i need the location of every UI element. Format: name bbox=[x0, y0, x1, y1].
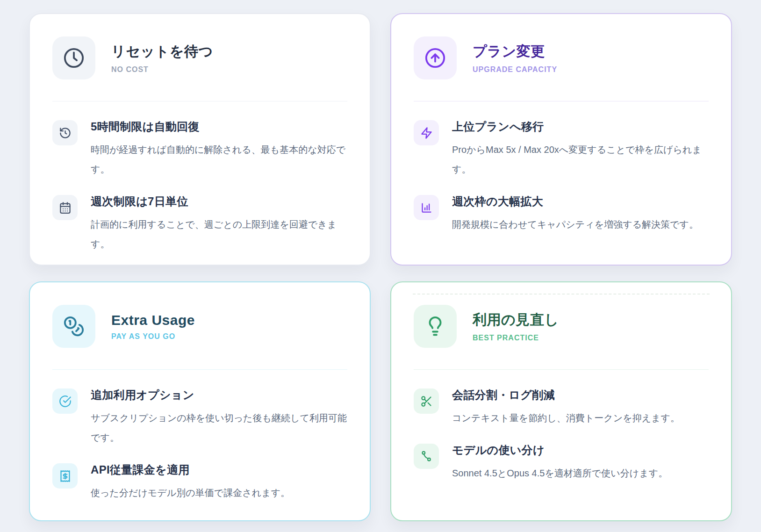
card-subtitle: UPGRADE CAPACITY bbox=[473, 65, 557, 74]
card-subtitle: BEST PRACTICE bbox=[473, 334, 559, 342]
card-title: 利用の見直し bbox=[473, 310, 559, 330]
item-list: 上位プランへ移行 ProからMax 5x / Max 20xへ変更することで枠を… bbox=[414, 119, 709, 234]
item-body: 上位プランへ移行 ProからMax 5x / Max 20xへ変更することで枠を… bbox=[452, 119, 709, 179]
item-desc: ProからMax 5x / Max 20xへ変更することで枠を広げられます。 bbox=[452, 140, 709, 179]
header-text: プラン変更 UPGRADE CAPACITY bbox=[473, 42, 557, 74]
item-body: API従量課金を適用 使った分だけモデル別の単価で課金されます。 bbox=[91, 462, 290, 503]
list-item: 週次枠の大幅拡大 開発規模に合わせてキャパシティを増強する解決策です。 bbox=[414, 194, 709, 234]
card-header: プラン変更 UPGRADE CAPACITY bbox=[414, 36, 709, 79]
card-wait-for-reset: リセットを待つ NO COST 5時間制限は自動回復 時間が経過すれば自動的に解… bbox=[29, 13, 371, 266]
item-body: 週次制限は7日単位 計画的に利用することで、週ごとの上限到達を回避できます。 bbox=[91, 194, 347, 254]
item-title: 週次制限は7日単位 bbox=[91, 194, 347, 209]
item-desc: 開発規模に合わせてキャパシティを増強する解決策です。 bbox=[452, 215, 698, 234]
split-route-icon bbox=[414, 444, 439, 469]
item-desc: Sonnet 4.5とOpus 4.5を適材適所で使い分けます。 bbox=[452, 463, 668, 483]
item-list: 5時間制限は自動回復 時間が経過すれば自動的に解除される、最も基本的な対応です。… bbox=[52, 119, 347, 254]
item-list: 追加利用オプション サブスクリプションの枠を使い切った後も継続して利用可能です。… bbox=[52, 388, 347, 503]
item-desc: サブスクリプションの枠を使い切った後も継続して利用可能です。 bbox=[91, 408, 347, 447]
item-title: 上位プランへ移行 bbox=[452, 119, 709, 134]
list-item: 追加利用オプション サブスクリプションの枠を使い切った後も継続して利用可能です。 bbox=[52, 388, 347, 447]
list-item: モデルの使い分け Sonnet 4.5とOpus 4.5を適材適所で使い分けます… bbox=[414, 443, 709, 483]
timer-reset-icon bbox=[52, 120, 78, 145]
item-list: 会話分割・ログ削減 コンテキスト量を節約し、消費トークンを抑えます。 モデルの使… bbox=[414, 388, 709, 483]
card-plan-change: プラン変更 UPGRADE CAPACITY 上位プランへ移行 ProからMax… bbox=[390, 13, 732, 266]
item-title: 週次枠の大幅拡大 bbox=[452, 194, 698, 209]
card-header: Extra Usage PAY AS YOU GO bbox=[52, 305, 347, 348]
divider bbox=[414, 369, 709, 370]
options-grid: リセットを待つ NO COST 5時間制限は自動回復 時間が経過すれば自動的に解… bbox=[0, 0, 761, 532]
card-subtitle: PAY AS YOU GO bbox=[111, 332, 195, 341]
item-body: 週次枠の大幅拡大 開発規模に合わせてキャパシティを増強する解決策です。 bbox=[452, 194, 698, 234]
bar-chart-icon bbox=[414, 195, 439, 220]
header-text: 利用の見直し BEST PRACTICE bbox=[473, 310, 559, 342]
zap-icon bbox=[414, 120, 439, 145]
header-text: Extra Usage PAY AS YOU GO bbox=[111, 312, 195, 341]
item-body: モデルの使い分け Sonnet 4.5とOpus 4.5を適材適所で使い分けます… bbox=[452, 443, 668, 483]
list-item: 上位プランへ移行 ProからMax 5x / Max 20xへ変更することで枠を… bbox=[414, 119, 709, 179]
list-item: 5時間制限は自動回復 時間が経過すれば自動的に解除される、最も基本的な対応です。 bbox=[52, 119, 347, 179]
dashed-divider bbox=[413, 294, 710, 295]
card-title: プラン変更 bbox=[473, 42, 557, 61]
list-item: API従量課金を適用 使った分だけモデル別の単価で課金されます。 bbox=[52, 462, 347, 503]
divider bbox=[52, 101, 347, 101]
item-desc: 計画的に利用することで、週ごとの上限到達を回避できます。 bbox=[91, 215, 347, 254]
card-title: Extra Usage bbox=[111, 312, 195, 328]
item-title: 会話分割・ログ削減 bbox=[452, 388, 680, 403]
lightbulb-icon bbox=[414, 305, 457, 348]
item-title: モデルの使い分け bbox=[452, 443, 668, 458]
list-item: 会話分割・ログ削減 コンテキスト量を節約し、消費トークンを抑えます。 bbox=[414, 388, 709, 428]
header-text: リセットを待つ NO COST bbox=[111, 42, 213, 74]
item-body: 5時間制限は自動回復 時間が経過すれば自動的に解除される、最も基本的な対応です。 bbox=[91, 119, 347, 179]
circle-arrow-up-icon bbox=[414, 36, 457, 79]
divider bbox=[52, 369, 347, 370]
coins-icon bbox=[52, 305, 95, 348]
item-title: 5時間制限は自動回復 bbox=[91, 119, 347, 134]
list-item: 週次制限は7日単位 計画的に利用することで、週ごとの上限到達を回避できます。 bbox=[52, 194, 347, 254]
scissors-icon bbox=[414, 388, 439, 414]
item-desc: 使った分だけモデル別の単価で課金されます。 bbox=[91, 483, 290, 503]
card-usage-review: 利用の見直し BEST PRACTICE 会話分割・ログ削減 コンテキスト量を節… bbox=[390, 281, 732, 521]
clock-icon bbox=[52, 36, 95, 79]
receipt-dollar-icon bbox=[52, 463, 78, 489]
item-desc: 時間が経過すれば自動的に解除される、最も基本的な対応です。 bbox=[91, 140, 347, 179]
card-header: 利用の見直し BEST PRACTICE bbox=[414, 305, 709, 348]
card-extra-usage: Extra Usage PAY AS YOU GO 追加利用オプション サブスク… bbox=[29, 281, 371, 521]
calendar-icon bbox=[52, 195, 78, 220]
card-title: リセットを待つ bbox=[111, 42, 213, 61]
card-header: リセットを待つ NO COST bbox=[52, 36, 347, 79]
item-body: 追加利用オプション サブスクリプションの枠を使い切った後も継続して利用可能です。 bbox=[91, 388, 347, 447]
item-title: API従量課金を適用 bbox=[91, 462, 290, 477]
divider bbox=[414, 101, 709, 101]
item-body: 会話分割・ログ削減 コンテキスト量を節約し、消費トークンを抑えます。 bbox=[452, 388, 680, 428]
check-circle-icon bbox=[52, 388, 78, 414]
item-desc: コンテキスト量を節約し、消費トークンを抑えます。 bbox=[452, 408, 680, 428]
card-subtitle: NO COST bbox=[111, 65, 213, 74]
item-title: 追加利用オプション bbox=[91, 388, 347, 403]
